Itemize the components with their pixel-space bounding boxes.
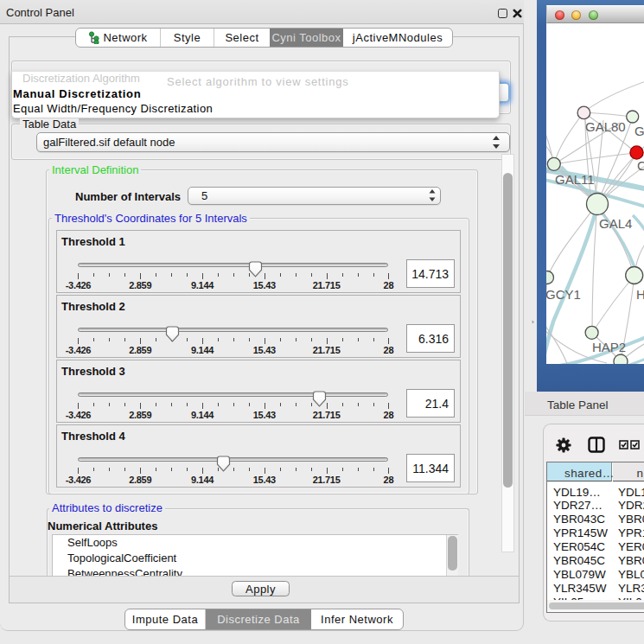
- svg-text:GCY1: GCY1: [546, 287, 581, 302]
- svg-text:GAL80: GAL80: [585, 119, 626, 134]
- svg-text:GAL11: GAL11: [555, 172, 595, 187]
- svg-text:H: H: [636, 287, 644, 302]
- svg-text:GAL4: GAL4: [599, 216, 632, 231]
- svg-text:G.: G.: [634, 124, 644, 138]
- svg-text:HAP2: HAP2: [592, 340, 626, 354]
- svg-text:C: C: [637, 158, 644, 173]
